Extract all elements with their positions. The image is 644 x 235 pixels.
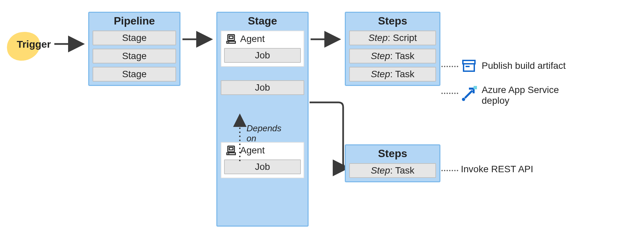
annot-text: Publish build artifact (482, 60, 566, 71)
arrow-stage-to-steps1 (310, 35, 347, 44)
package-icon (461, 58, 477, 74)
step-prefix: Step (371, 51, 390, 61)
dotted-connector (441, 66, 458, 67)
svg-rect-17 (474, 86, 477, 89)
steps1-title: Steps (346, 15, 439, 27)
deploy-arrow-icon (461, 85, 477, 102)
annot-publish: Publish build artifact (461, 58, 566, 74)
svg-rect-4 (227, 41, 235, 43)
stage-panel: Stage Agent Job Job (216, 12, 309, 227)
agent-group-2: Agent Job (221, 142, 304, 178)
step-item: Step: Task (349, 49, 436, 63)
svg-line-16 (465, 91, 472, 98)
dotted-connector (441, 170, 458, 171)
step-prefix: Step (368, 33, 388, 43)
step-value: Task (395, 69, 415, 79)
stage-mid-job: Job (221, 80, 304, 95)
svg-rect-3 (229, 36, 233, 39)
diagram-canvas: Trigger Pipeline Stage Stage Stage Stage (0, 0, 644, 235)
steps1-panel: Steps Step: Script Step: Task Step: Task (345, 12, 440, 86)
pipeline-stage-item: Stage (93, 49, 176, 63)
svg-point-15 (462, 98, 465, 101)
step-value: Task (395, 51, 415, 61)
steps2-panel: Steps Step: Task (345, 144, 440, 182)
dotted-connector (441, 93, 458, 94)
step-prefix: Step (371, 165, 390, 176)
arrow-pipeline-to-stage (182, 35, 219, 44)
arrow-trigger-to-pipeline (54, 40, 91, 48)
depends-on-label: Depends on (247, 124, 281, 144)
svg-rect-13 (464, 64, 474, 71)
annot-azure-deploy: Azure App Service deploy (461, 85, 559, 106)
step-value: Task (395, 165, 415, 176)
annot-text: Invoke REST API (461, 164, 533, 175)
svg-rect-7 (229, 148, 233, 150)
agent-group-1: Agent Job (221, 31, 304, 67)
steps2-title: Steps (346, 147, 439, 160)
agent-row: Agent (224, 33, 301, 46)
annot-text: Azure App Service deploy (482, 85, 559, 106)
step-value: Script (393, 33, 417, 43)
pipeline-stage-item: Stage (93, 31, 176, 45)
agent-icon (225, 33, 237, 45)
trigger-label: Trigger (17, 39, 51, 50)
step-item: Step: Task (349, 67, 436, 82)
pipeline-stage-item: Stage (93, 67, 176, 82)
agent1-job: Job (224, 48, 301, 63)
pipeline-panel: Pipeline Stage Stage Stage (88, 12, 180, 86)
pipeline-title: Pipeline (89, 15, 179, 27)
agent-label: Agent (240, 34, 265, 44)
step-prefix: Step (371, 69, 390, 79)
svg-rect-8 (227, 153, 235, 155)
stage-title: Stage (217, 15, 308, 27)
annot-invoke-rest: Invoke REST API (461, 164, 533, 175)
step-item: Step: Script (349, 31, 436, 45)
depends-on-arrow (235, 111, 245, 164)
step-item: Step: Task (349, 163, 436, 178)
